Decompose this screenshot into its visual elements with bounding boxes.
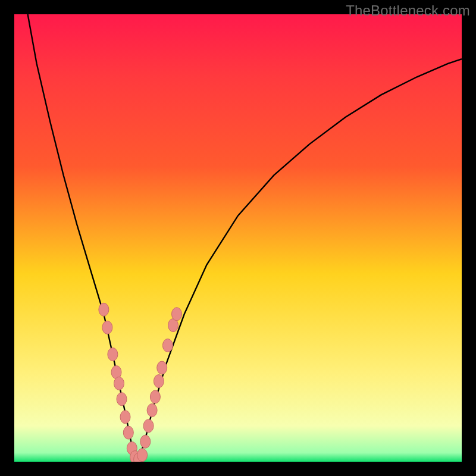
bottleneck-chart <box>14 14 462 462</box>
data-marker <box>150 390 160 403</box>
data-marker <box>147 404 157 417</box>
data-marker <box>172 308 182 321</box>
data-marker <box>117 393 127 406</box>
data-marker <box>140 435 151 448</box>
data-marker <box>120 411 130 424</box>
data-marker <box>162 339 173 352</box>
data-marker <box>154 375 164 388</box>
watermark-text: TheBottleneck.com <box>346 2 470 19</box>
data-marker <box>108 348 118 361</box>
data-marker <box>102 321 112 334</box>
chart-frame <box>14 14 462 462</box>
data-marker <box>99 303 109 316</box>
data-marker <box>143 419 154 433</box>
data-marker <box>157 361 167 374</box>
data-marker <box>114 377 124 390</box>
data-marker <box>123 426 133 439</box>
data-marker <box>137 449 148 462</box>
